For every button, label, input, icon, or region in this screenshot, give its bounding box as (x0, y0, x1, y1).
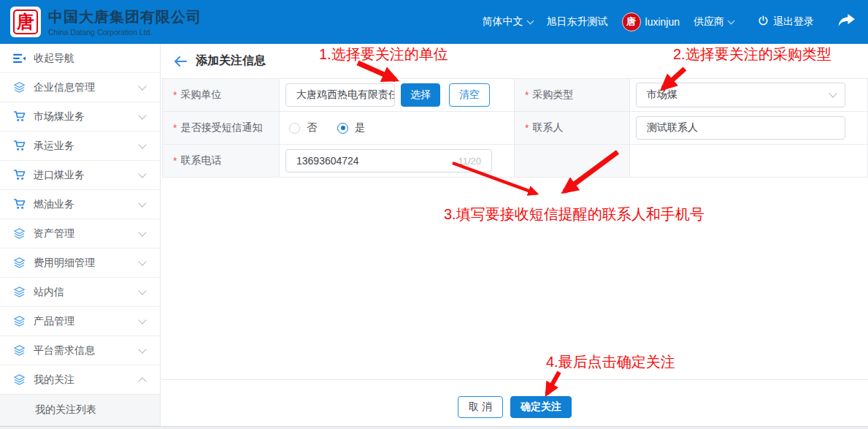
contact-label: * 联系人 (515, 112, 630, 145)
sms-notice-label: * 是否接受短信通知 (163, 112, 280, 145)
select-unit-button[interactable]: 选择 (401, 83, 440, 107)
purchase-unit-input[interactable]: 大唐鸡西热电有限责任 (285, 83, 395, 107)
layers-icon (13, 374, 26, 385)
brand-name-cn: 中国大唐集团有限公司 (48, 7, 201, 27)
sidebar: 收起导航 企业信息管理 市场煤业务 承运业务 进口煤业务 燃油业务 (0, 44, 161, 429)
sidebar-item-label: 平台需求信息 (34, 344, 95, 357)
follow-info-form: * 采购单位 大唐鸡西热电有限责任 选择 清空 * 采购类型 市场煤 * (162, 78, 868, 178)
sidebar-item-label: 燃油业务 (34, 198, 74, 211)
back-button[interactable] (174, 56, 187, 67)
sidebar-item-site-mail[interactable]: 站内信 (0, 278, 160, 307)
required-asterisk: * (525, 89, 529, 101)
radio-no-icon (289, 123, 300, 134)
layers-icon (13, 316, 26, 327)
sidebar-item-label: 承运业务 (34, 140, 74, 153)
chevron-down-icon (138, 257, 146, 265)
sidebar-subitem-label: 我的关注列表 (35, 403, 96, 417)
sidebar-item-label: 站内信 (34, 286, 64, 299)
sms-radio-group: 否 是 (285, 121, 365, 134)
sidebar-item-market-coal[interactable]: 市场煤业务 (0, 102, 160, 132)
sidebar-item-label: 资产管理 (34, 227, 74, 240)
chevron-down-icon (138, 170, 146, 178)
chevron-down-icon (138, 316, 146, 324)
sidebar-item-import-coal[interactable]: 进口煤业务 (0, 161, 160, 190)
sidebar-item-label: 费用明细管理 (34, 257, 95, 270)
cart-icon (13, 140, 26, 151)
chevron-up-icon (138, 377, 146, 385)
bottom-strip (0, 426, 868, 429)
sidebar-item-platform-demand[interactable]: 平台需求信息 (0, 336, 160, 365)
top-menu: 简体中文 旭日东升测试 唐 luxinjun 供应商 退出登录 (483, 12, 855, 31)
brand-text: 中国大唐集团有限公司 China Datang Corporation Ltd. (48, 7, 201, 37)
top-bar: 唐 中国大唐集团有限公司 China Datang Corporation Lt… (0, 0, 868, 44)
purchase-type-select[interactable]: 市场煤 (636, 83, 845, 107)
required-asterisk: * (173, 89, 177, 101)
purchase-unit-label: * 采购单位 (163, 79, 280, 112)
purchase-type-value: 市场煤 (647, 88, 677, 102)
app-window: 唐 中国大唐集团有限公司 China Datang Corporation Lt… (0, 0, 868, 429)
username: luxinjun (645, 16, 680, 28)
logout-label: 退出登录 (773, 15, 814, 29)
sidebar-item-fuel-oil[interactable]: 燃油业务 (0, 190, 160, 219)
chevron-down-icon (829, 89, 837, 97)
sidebar-item-product-mgmt[interactable]: 产品管理 (0, 307, 160, 336)
share-button[interactable] (838, 14, 855, 30)
chevron-down-icon (138, 111, 146, 119)
cart-icon (13, 111, 26, 122)
cart-icon (13, 199, 26, 210)
footer-actions: 取 消 确定关注 (161, 396, 868, 418)
annotation-step3: 3.填写要接收短信提醒的联系人和手机号 (444, 205, 704, 224)
purchase-type-field: 市场煤 (630, 79, 868, 112)
user-avatar: 唐 (622, 12, 641, 31)
contact-input[interactable]: 测试联系人 (636, 116, 845, 140)
brand-name-en: China Datang Corporation Ltd. (48, 28, 201, 37)
chevron-down-icon (728, 17, 735, 24)
clear-unit-button[interactable]: 清空 (449, 83, 490, 107)
environment-name[interactable]: 旭日东升测试 (547, 15, 608, 29)
contact-field: 测试联系人 (630, 112, 868, 145)
sidebar-item-carriage-business[interactable]: 承运业务 (0, 132, 160, 161)
sidebar-item-enterprise-info[interactable]: 企业信息管理 (0, 73, 160, 102)
datang-logo-glyph: 唐 (13, 10, 38, 34)
empty-field-cell (630, 145, 868, 178)
user-info[interactable]: 唐 luxinjun (622, 12, 680, 31)
char-counter: 11/20 (458, 156, 481, 167)
chevron-down-icon (138, 345, 146, 353)
phone-input[interactable]: 13693604724 11/20 (285, 149, 492, 172)
layers-icon (13, 228, 26, 239)
sms-notice-field: 否 是 (280, 112, 515, 145)
chevron-down-icon (138, 228, 146, 236)
sidebar-item-label: 产品管理 (34, 315, 74, 328)
language-selector[interactable]: 简体中文 (483, 15, 533, 29)
role-selector[interactable]: 供应商 (694, 15, 734, 29)
collapse-nav-icon (13, 53, 26, 64)
layers-icon (13, 345, 26, 356)
collapse-nav-button[interactable]: 收起导航 (0, 44, 160, 73)
layers-icon (13, 257, 26, 268)
sidebar-item-asset-mgmt[interactable]: 资产管理 (0, 219, 160, 248)
chevron-down-icon (526, 17, 534, 24)
logout-button[interactable]: 退出登录 (758, 15, 814, 29)
phone-label: * 联系电话 (163, 145, 280, 178)
empty-label-cell (515, 145, 630, 178)
power-icon (758, 15, 769, 29)
chevron-down-icon (138, 82, 146, 90)
collapse-nav-label: 收起导航 (34, 52, 74, 65)
brand: 唐 中国大唐集团有限公司 China Datang Corporation Lt… (10, 7, 201, 37)
purchase-type-label: * 采购类型 (515, 79, 630, 112)
radio-option-yes[interactable]: 是 (337, 121, 365, 134)
chevron-down-icon (138, 199, 146, 207)
sidebar-item-my-follow[interactable]: 我的关注 (0, 365, 160, 395)
sidebar-subitem-my-follow-list[interactable]: 我的关注列表 (0, 395, 160, 426)
required-asterisk: * (525, 122, 529, 134)
language-label: 简体中文 (483, 15, 523, 29)
purchase-unit-field: 大唐鸡西热电有限责任 选择 清空 (280, 79, 515, 112)
datang-logo: 唐 (10, 7, 41, 37)
sidebar-item-label: 企业信息管理 (34, 81, 95, 94)
radio-option-no[interactable]: 否 (289, 121, 317, 134)
required-asterisk: * (173, 122, 177, 134)
confirm-follow-button[interactable]: 确定关注 (510, 396, 572, 418)
sidebar-item-expense-detail[interactable]: 费用明细管理 (0, 248, 160, 278)
cancel-button[interactable]: 取 消 (458, 396, 503, 418)
required-asterisk: * (173, 155, 177, 167)
